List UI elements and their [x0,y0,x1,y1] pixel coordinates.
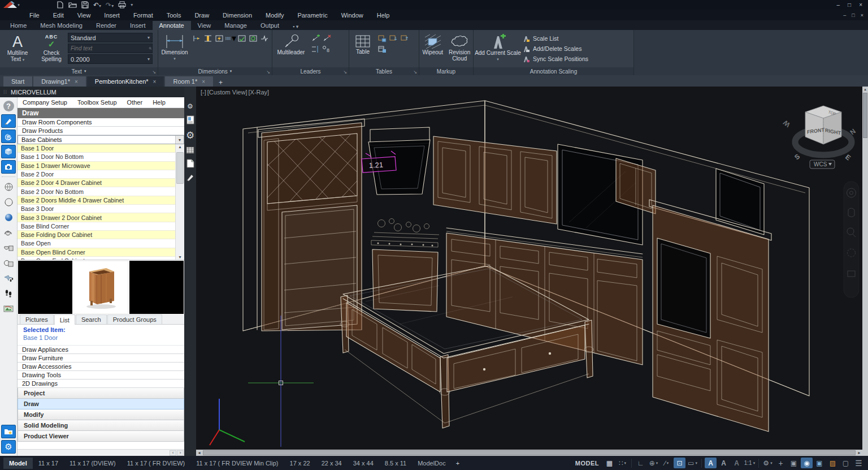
redo-caret-icon[interactable]: ▾ [111,3,114,8]
list-scrollbar-thumb[interactable] [176,152,184,184]
isodraft-toggle[interactable]: ∕▾ [661,458,672,468]
layout-tab-11x17-dview[interactable]: 11 x 17 (DVIEW) [64,458,121,469]
snap-mode-toggle[interactable]: ∷▾ [617,458,628,468]
doc-restore-button[interactable]: □ [852,12,854,18]
close-tab-icon[interactable]: × [153,79,157,85]
menu-view[interactable]: View [71,11,98,20]
list-item[interactable]: Base 2 Door No Bottom [18,187,175,196]
layout-tab-11x17-fr-dview[interactable]: 11 x 17 ( FR DVIEW) [121,458,190,469]
tab-list[interactable]: List [54,314,75,325]
pal-scroll-left-icon[interactable]: ‹ [170,450,176,456]
menu-toolbox-setup[interactable]: Toolbox Setup [72,99,122,106]
annotation-monitor-toggle[interactable]: A [731,458,743,468]
list-item[interactable]: Base 2 Doors Middle 4 Drawer Cabinet [18,196,175,205]
workspace-cube-button[interactable]: ▣ [814,458,826,468]
kitchen-wireframe-scene[interactable]: .ln{fill:none;stroke:#d8d0c0;stroke-widt… [196,87,862,450]
text-height-select[interactable]: 0.2000▾ [68,54,153,64]
menu-company-setup[interactable]: Company Setup [18,99,72,106]
layout-tab-modeldoc[interactable]: ModelDoc [412,458,452,469]
spiral-tool-button[interactable] [1,130,16,143]
tables-panel-footer[interactable]: Tables ↘ [349,67,419,75]
tab-manage[interactable]: Manage [218,21,254,30]
multileader-button[interactable]: Multileader [272,31,310,55]
tables-panel-expander-icon[interactable]: ↘ [413,70,417,75]
2d-drawings-button[interactable]: 2D Drawings [18,380,184,388]
viewcube[interactable]: S E N W TOP FRONT RIGHT [782,106,857,162]
open-file-icon[interactable] [68,1,77,8]
new-drawing-button[interactable]: + [214,79,227,87]
dim-baseline-icon[interactable]: ▾ [225,33,236,43]
layout-tab-11x17[interactable]: 11 x 17 [33,458,64,469]
layout-tab-model[interactable]: Model [3,458,33,469]
list-item[interactable]: Base 1 Door [18,144,175,153]
menu-palette-help[interactable]: Help [147,99,171,106]
draw-room-components-button[interactable]: Draw Room Components [18,118,184,127]
palette-section-product-viewer[interactable]: Product Viewer [18,431,184,442]
add-delete-scales-button[interactable]: Add/Delete Scales [522,44,588,54]
render-environment-button[interactable] [1,256,16,270]
redo-button[interactable]: ↷▾ [106,1,114,9]
layout-tab-17x22[interactable]: 17 x 22 [284,458,316,469]
close-button[interactable]: × [859,2,862,8]
draw-accessories-button[interactable]: Draw Accessories [18,363,184,371]
table-link-down-icon[interactable] [388,33,399,43]
dimensions-panel-expander-icon[interactable]: ↘ [266,70,270,75]
scroll-down-icon[interactable]: ▾ [179,255,181,260]
list-item[interactable]: Base 2 Door [18,170,175,179]
palette-section-solid-modeling[interactable]: Solid Modeling [18,420,184,431]
wcs-control[interactable]: WCS [810,160,835,169]
tab-render[interactable]: Render [89,21,123,30]
combo-caret-icon[interactable]: ▾ [175,136,184,144]
palette-section-modify[interactable]: Modify [18,409,184,420]
object-snap-toggle[interactable]: ⊡ [674,458,685,468]
table-cell-style-icon[interactable] [376,44,388,54]
annotation-autoscale-toggle[interactable]: A [718,458,730,468]
list-item[interactable]: Base Blind Corner [18,222,175,231]
viewport-vscrollbar[interactable]: ▴ [862,87,868,456]
tab-annotate[interactable]: Annotate [153,21,191,30]
scroll-up-icon[interactable]: ▴ [179,144,181,149]
minimize-button[interactable]: – [837,2,840,8]
animation-button[interactable] [1,302,16,316]
product-category-select[interactable]: Base Cabinets ▾ [18,135,184,144]
print-icon[interactable] [118,1,126,8]
menu-dimension[interactable]: Dimension [216,11,259,20]
scroll-up-icon[interactable]: ▴ [862,87,868,92]
doc-minimize-button[interactable]: – [843,12,846,18]
realistic-style-button[interactable] [1,210,16,224]
tab-home[interactable]: Home [3,21,33,30]
viewport-hscrollbar[interactable]: ◂ ▸ [196,450,862,456]
clean-screen-toggle[interactable]: ▢ [840,458,852,468]
sheet-set-icon[interactable] [186,115,194,124]
camera-tool-button[interactable] [1,160,16,174]
menu-tools[interactable]: Tools [160,11,188,20]
revision-cloud-button[interactable]: RevisionCloud [446,31,474,62]
dim-jog-icon[interactable] [259,33,270,43]
list-item[interactable]: Base Folding Door Cabinet [18,231,175,239]
walk-mode-button[interactable] [1,287,16,300]
list-item[interactable]: Base 2 Door 4 Drawer Cabinet [18,179,175,187]
close-tab-icon[interactable]: × [75,79,78,85]
remove-leader-icon[interactable] [321,33,332,43]
menu-help[interactable]: Help [370,11,397,20]
restore-button[interactable]: □ [848,2,851,8]
list-item[interactable]: Base 1 Drawer Microwave [18,162,175,170]
graphics-performance-toggle[interactable]: ◉ [801,458,813,468]
palette-section-draw[interactable]: Draw [18,399,184,409]
multiline-text-button[interactable]: A Multiline Text ▾ [0,31,35,64]
check-spelling-button[interactable]: ABC ✓ CheckSpelling [35,31,68,64]
polar-tracking-toggle[interactable]: ⊕▾ [648,458,659,468]
viewport-view-control[interactable]: [Custom View] [207,89,248,96]
table-tool-icon[interactable] [186,146,194,154]
preview-slot-left[interactable] [18,261,72,314]
add-leader-icon[interactable] [310,33,321,43]
scale-list-button[interactable]: Scale List [522,33,588,44]
close-tab-icon[interactable]: × [202,79,205,85]
list-item[interactable]: Base Open Blind Corner [18,248,175,257]
doc-close-button[interactable]: × [861,12,863,18]
page-icon[interactable] [186,159,194,168]
text-panel-expander-icon[interactable]: ↘ [152,70,156,75]
isolate-objects-button[interactable]: ▣ [788,458,800,468]
save-icon[interactable] [81,1,89,8]
layout-tab-22x34[interactable]: 22 x 34 [316,458,348,469]
